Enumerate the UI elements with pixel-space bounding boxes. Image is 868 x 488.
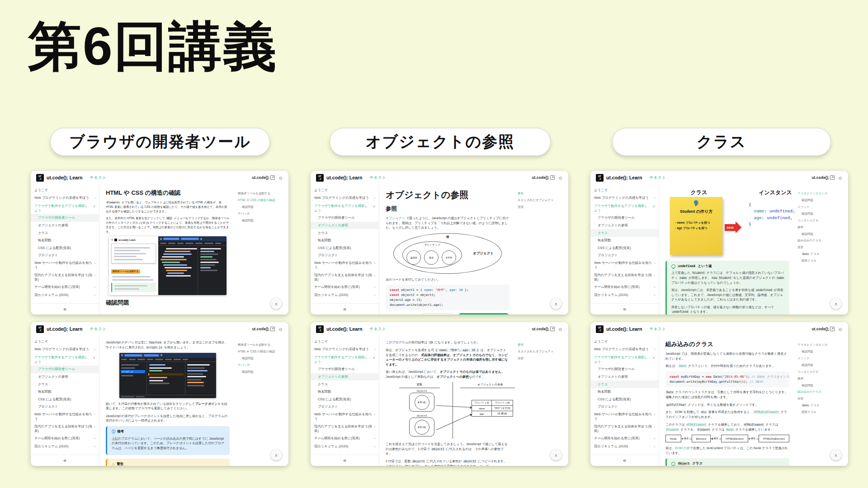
toc-item[interactable]: 確認問題 <box>797 349 844 353</box>
sidebar-item[interactable]: 旧カリキュラム (2020)› <box>311 443 379 451</box>
toc-item[interactable]: コンストラクタ <box>797 370 844 374</box>
sidebar-item[interactable]: 無名関数 <box>311 388 379 396</box>
sidebar-item[interactable]: ようこそ <box>590 187 659 194</box>
toc-item[interactable]: 確認問題 <box>797 363 844 367</box>
sidebar-item[interactable]: 旧カリキュラム (2020)› <box>311 291 379 300</box>
external-site-link[interactable]: ut.code(); ↗ <box>252 327 275 331</box>
sidebar-item[interactable]: Web プログラミングの基礎を学ぼう› <box>31 194 99 202</box>
toc-item[interactable]: 演習 <box>518 356 565 360</box>
sidebar-item[interactable]: ようこそ <box>590 338 659 346</box>
code-chip-link[interactable]: Date <box>678 364 687 368</box>
toc-item[interactable]: 図形クラス <box>797 258 844 263</box>
sidebar-item[interactable]: 現代のアプリを支える技術を学ぼう(発展)› <box>311 422 379 435</box>
toc-item[interactable]: 参照 <box>518 191 565 195</box>
sidebar-item[interactable]: ブラウザの開発者ツール <box>590 366 659 373</box>
sidebar-item[interactable]: ブラウザの開発者ツール <box>590 214 659 222</box>
sidebar-item[interactable]: ようこそ <box>31 338 99 346</box>
toc-item[interactable]: 確認問題 <box>797 198 844 202</box>
scroll-to-top-button[interactable]: ∧ <box>271 298 282 309</box>
toc-item[interactable]: デバッガ <box>238 363 285 367</box>
header-text-nav-link[interactable]: テキスト <box>369 175 386 181</box>
sidebar-item[interactable]: チーム開発を始める前に(発展)› <box>31 435 99 443</box>
header-text-nav-link[interactable]: テキスト <box>90 175 106 181</box>
theme-toggle-icon[interactable]: ☼ <box>278 326 283 332</box>
sidebar-item[interactable]: Web サーバーが動作する仕組みを知ろう› <box>311 411 379 423</box>
sidebar-item[interactable]: チーム開発を始める前に(発展)› <box>590 435 659 443</box>
toc-item[interactable]: ネストされたオブジェクト <box>518 198 565 202</box>
sidebar-item[interactable]: プロジェクト <box>590 252 659 259</box>
sidebar-item[interactable]: チーム開発を始める前に(発展)› <box>31 283 99 291</box>
close-dot-icon[interactable] <box>160 354 162 356</box>
sidebar-item[interactable]: オブジェクトの参照 <box>311 373 379 381</box>
sidebar-item[interactable]: オブジェクトの参照 <box>31 222 99 230</box>
notification-pill-button[interactable] <box>144 354 159 357</box>
toc-item[interactable]: クラスとインスタンス <box>797 191 844 195</box>
sidebar-item[interactable]: Web サーバーが動作する仕組みを知ろう› <box>311 259 379 272</box>
sidebar-item[interactable]: オブジェクトの参照 <box>311 222 379 230</box>
scroll-to-top-button[interactable]: ∧ <box>830 298 841 309</box>
scroll-to-top-button[interactable]: ∧ <box>271 450 282 460</box>
external-site-link[interactable]: ut.code(); ↗ <box>532 175 555 180</box>
sidebar-item[interactable]: CSS による配置(発展) <box>590 244 659 252</box>
sidebar-item[interactable]: クラス <box>311 229 379 237</box>
toc-item[interactable]: メソッド <box>797 356 844 360</box>
sidebar-item[interactable]: 現代のアプリを支える技術を学ぼう(発展)› <box>590 271 659 283</box>
scroll-to-top-button[interactable]: ∧ <box>830 450 841 460</box>
notification-pill-button[interactable] <box>124 354 142 357</box>
github-button[interactable]: GitHub で表示 <box>420 313 455 314</box>
sidebar-collapse-button[interactable]: « <box>590 455 659 466</box>
sidebar-item[interactable]: クラス <box>590 229 659 237</box>
toc-item[interactable]: 確認問題 <box>797 383 844 387</box>
sidebar-item[interactable]: クラス <box>31 229 99 237</box>
sidebar-item[interactable]: CSS による配置(発展) <box>590 396 659 404</box>
sidebar-item[interactable]: ブラウザの開発者ツール <box>311 366 379 373</box>
inline-link[interactable]: オブジェクト <box>386 216 405 220</box>
toc-item[interactable]: 確認問題 <box>238 218 285 222</box>
sidebar-item[interactable]: Web サーバーが動作する仕組みを知ろう› <box>590 411 659 423</box>
code-chip-link[interactable]: HTMLDivElement <box>753 410 780 414</box>
sidebar-item[interactable]: ようこそ <box>311 338 379 346</box>
external-site-link[interactable]: ut.code(); ↗ <box>252 175 275 180</box>
scroll-to-top-button[interactable]: ∧ <box>551 298 561 309</box>
toc-item[interactable]: 確認問題 <box>238 356 285 360</box>
toc-item[interactable]: 参照 <box>518 343 565 347</box>
theme-toggle-icon[interactable]: ☼ <box>838 326 843 332</box>
sidebar-item[interactable]: ブラウザで動作するアプリを構築しよう∨ <box>311 353 379 366</box>
sidebar-item[interactable]: Web サーバーが動作する仕組みを知ろう› <box>31 411 99 423</box>
sidebar-item[interactable]: 無名関数 <box>311 237 379 244</box>
sidebar-item[interactable]: Web プログラミングの基礎を学ぼう› <box>590 194 659 202</box>
header-text-nav-link[interactable]: テキスト <box>649 175 666 181</box>
sidebar-item[interactable]: ブラウザの開発者ツール <box>31 366 99 373</box>
sidebar-item[interactable]: プロジェクト <box>311 252 379 259</box>
sidebar-item[interactable]: CSS による配置(発展) <box>31 244 99 252</box>
external-site-link[interactable]: ut.code(); ↗ <box>811 175 835 180</box>
sidebar-item[interactable]: CSS による配置(発展) <box>31 396 99 404</box>
toc-item[interactable]: 演習 <box>518 205 565 209</box>
sidebar-item[interactable]: Web プログラミングの基礎を学ぼう› <box>311 194 379 202</box>
selected-file[interactable]: script.js <box>121 370 145 373</box>
sidebar-item[interactable]: プロジェクト <box>590 403 659 411</box>
sidebar-collapse-button[interactable]: « <box>31 303 99 314</box>
sidebar-item[interactable]: 旧カリキュラム (2020)› <box>590 443 659 451</box>
sidebar-item[interactable]: Web プログラミングの基礎を学ぼう› <box>31 346 99 354</box>
sidebar-collapse-button[interactable]: « <box>31 455 99 466</box>
sidebar-item[interactable]: Web サーバーが動作する仕組みを知ろう› <box>590 259 659 272</box>
sidebar-item[interactable]: プロジェクト <box>311 403 379 411</box>
code-chip-link[interactable]: Node <box>726 428 735 432</box>
sidebar-collapse-button[interactable]: « <box>311 455 379 466</box>
sidebar-item[interactable]: オブジェクトの参照 <box>590 222 659 230</box>
toc-item[interactable]: クラスとインスタンス <box>797 343 844 347</box>
sidebar-item[interactable]: ブラウザで動作するアプリを構築しよう∨ <box>31 202 99 214</box>
sidebar-item[interactable]: プロジェクト <box>31 403 99 411</box>
notification-pill-button[interactable] <box>181 238 199 240</box>
sidebar-item[interactable]: 現代のアプリを支える技術を学ぼう(発展)› <box>31 422 99 435</box>
sidebar-item[interactable]: チーム開発を始める前に(発展)› <box>590 283 659 291</box>
sidebar-item[interactable]: Web プログラミングの基礎を学ぼう› <box>311 346 379 354</box>
inline-link[interactable]: DOM の節 <box>675 446 689 450</box>
toc-item[interactable]: 開発者ツールを起動する <box>238 343 285 347</box>
toc-item[interactable]: 演習 <box>797 245 844 249</box>
header-text-nav-link[interactable]: テキスト <box>369 326 386 332</box>
toc-item[interactable]: Date クラス <box>797 252 844 256</box>
sidebar-item[interactable]: ブラウザで動作するアプリを構築しよう∨ <box>311 202 379 214</box>
theme-toggle-icon[interactable]: ☼ <box>838 174 843 181</box>
